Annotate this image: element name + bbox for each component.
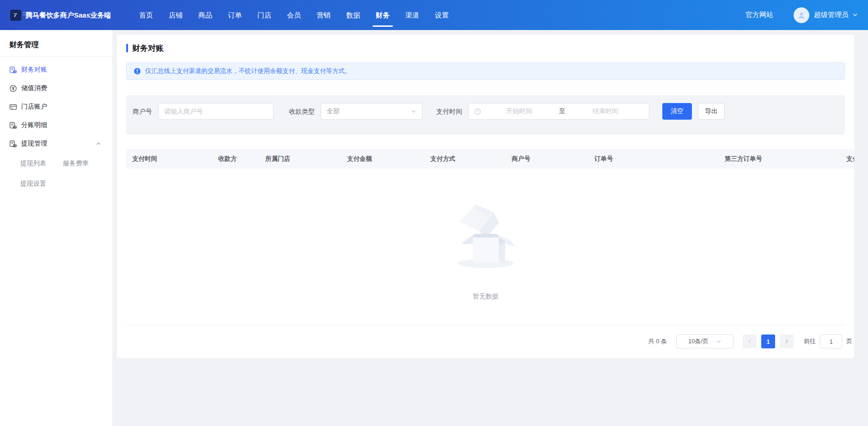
nav-item-members[interactable]: 会员 [279,0,309,30]
sidebar-subitem-withdraw-list[interactable]: 提现列表 [20,153,63,173]
column-header-pay-time: 支付时间 [126,155,212,163]
column-header-order-no: 订单号 [588,155,719,163]
chevron-down-icon [716,339,721,344]
column-header-pay-amount: 支付金额 [341,155,424,163]
export-button[interactable]: 导出 [698,103,725,120]
nav-item-finance[interactable]: 财务 [368,0,397,30]
goto-page-input[interactable] [820,335,842,348]
nav-item-goods[interactable]: 商品 [190,0,220,30]
page-title-row: 财务对账 [126,35,845,53]
range-separator: 至 [557,107,568,116]
sidebar-subitem-service-rate[interactable]: 服务费率 [63,153,105,173]
page-size-value: 10条/页 [688,337,709,346]
main-nav: 首页 店铺 商品 订单 门店 会员 营销 数据 财务 渠道 设置 [131,0,457,30]
nav-item-channels[interactable]: 渠道 [397,0,427,30]
payment-type-select[interactable]: 全部 [321,103,422,120]
sidebar-item-split-detail[interactable]: 分账明细 [0,116,112,134]
column-header-third-party-order-no: 第三方订单号 [719,155,840,163]
clock-icon [474,108,481,115]
sidebar-item-store-account[interactable]: 门店账户 [0,97,112,116]
sidebar-item-reconciliation[interactable]: 财务对账 [0,61,112,79]
sidebar-item-label: 提现管理 [21,140,47,148]
user-menu[interactable]: 超级管理员 [794,7,858,23]
title-accent-bar [126,44,128,52]
nav-item-marketing[interactable]: 营销 [309,0,338,30]
next-page-button[interactable] [780,335,794,348]
sidebar-item-stored-value[interactable]: 储值消费 [0,79,112,97]
table-header-row: 支付时间 收款方 所属门店 支付金额 支付方式 商户号 订单号 第三方订单号 支… [126,149,854,169]
column-header-merchant-id: 商户号 [506,155,588,163]
payment-type-label: 收款类型 [289,103,315,120]
alert-text: 仅汇总线上支付渠道的交易流水，不统计使用余额支付、现金支付等方式。 [145,67,351,75]
payment-type-value: 全部 [327,107,340,116]
withdraw-submenu: 提现列表 服务费率 提现设置 [0,153,112,194]
goto-label: 前往 [804,337,816,346]
nav-item-home[interactable]: 首页 [131,0,161,30]
chevron-down-icon [852,12,858,19]
info-icon [134,67,141,75]
info-alert: 仅汇总线上支付渠道的交易流水，不统计使用余额支付、现金支付等方式。 [126,62,845,80]
filter-bar: 商户号 收款类型 全部 支付时间 开始时间 至 结束时间 清空 [126,95,845,134]
empty-state: 暂无数据 [126,169,845,325]
yen-circle-icon [9,85,17,92]
pagination-bar: 共 0 条 10条/页 1 前往 页 [126,325,852,358]
column-header-store: 所属门店 [259,155,341,163]
merchant-id-input[interactable] [158,103,274,120]
official-site-link[interactable]: 官方网站 [746,11,773,19]
end-time-placeholder[interactable]: 结束时间 [568,107,644,116]
user-avatar [794,7,809,23]
sidebar-subitem-withdraw-settings[interactable]: 提现设置 [20,173,63,194]
sidebar-item-label: 门店账户 [21,103,47,111]
nav-item-settings[interactable]: 设置 [427,0,457,30]
chevron-down-icon [411,109,416,114]
sidebar-title: 财务管理 [0,30,112,56]
app-logo-icon [10,10,21,21]
nav-item-data[interactable]: 数据 [338,0,368,30]
sidebar-item-label: 分账明细 [21,121,47,129]
payment-time-range-picker[interactable]: 开始时间 至 结束时间 [468,103,649,120]
empty-text: 暂无数据 [473,292,499,301]
nav-item-shop[interactable]: 店铺 [161,0,190,30]
ledger-coins-icon [9,140,17,148]
content-card: 财务对账 仅汇总线上支付渠道的交易流水，不统计使用余额支付、现金支付等方式。 商… [117,35,854,358]
page-size-select[interactable]: 10条/页 [676,335,734,348]
total-count: 共 0 条 [648,337,667,346]
logo-subtext [23,12,30,17]
sidebar: 财务管理 财务对账 储值消费 门店账户 分账明细 [0,30,112,426]
page-title: 财务对账 [132,43,164,54]
page-number-button[interactable]: 1 [761,335,775,348]
nav-item-stores[interactable]: 门店 [250,0,279,30]
user-name: 超级管理员 [814,11,849,19]
app-title: 腾马餐饮多商户Saas业务端 [25,11,116,20]
account-card-icon [9,103,17,111]
app-brand[interactable]: 腾马餐饮多商户Saas业务端 [10,10,120,21]
payment-time-label: 支付时间 [436,103,462,120]
sidebar-item-label: 储值消费 [21,84,47,92]
column-header-pay-clipped: 支付 [840,155,854,163]
empty-box-illustration [449,195,523,272]
chevron-up-icon[interactable] [96,141,101,146]
ledger-coins-icon [9,66,17,74]
merchant-id-label: 商户号 [133,103,152,120]
page-unit-label: 页 [846,337,852,346]
main-area: 财务对账 仅汇总线上支付渠道的交易流水，不统计使用余额支付、现金支付等方式。 商… [112,30,868,426]
column-header-pay-method: 支付方式 [424,155,506,163]
nav-item-orders[interactable]: 订单 [220,0,250,30]
top-navbar: 腾马餐饮多商户Saas业务端 首页 店铺 商品 订单 门店 会员 营销 数据 财… [0,0,868,30]
sidebar-item-withdraw-management[interactable]: 提现管理 [0,134,112,153]
sidebar-item-label: 财务对账 [21,66,47,74]
prev-page-button[interactable] [743,335,757,348]
clear-button[interactable]: 清空 [662,103,692,120]
start-time-placeholder[interactable]: 开始时间 [481,107,557,116]
column-header-payee: 收款方 [212,155,259,163]
ledger-coins-icon [9,122,17,129]
